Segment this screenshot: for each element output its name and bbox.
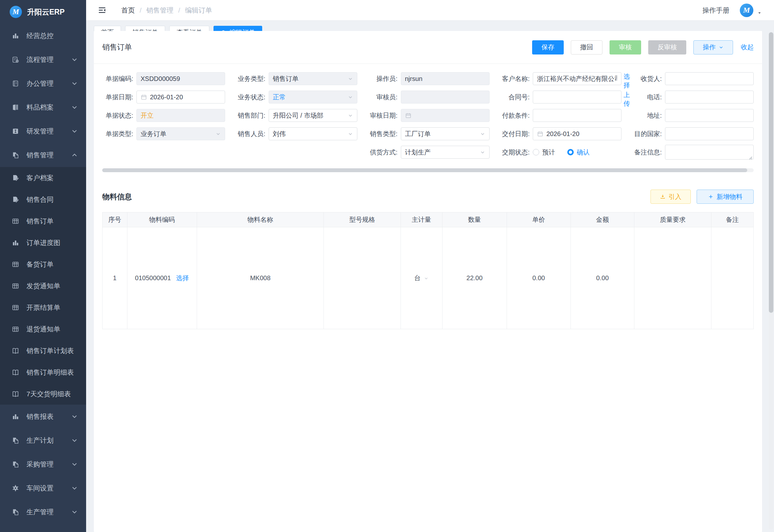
sidebar-item[interactable]: 车间设置	[0, 476, 86, 500]
address-input[interactable]	[665, 109, 754, 122]
chevron-down-icon	[348, 76, 353, 82]
order-type-select[interactable]: 业务订单	[136, 127, 225, 140]
sidebar-item[interactable]: 生产计划	[0, 429, 86, 452]
supply-mode-value: 计划生产	[405, 148, 480, 157]
sidebar-item[interactable]: 销售报表	[0, 405, 86, 429]
upload-link[interactable]: 上传	[623, 91, 630, 108]
biz-type-value: 销售订单	[273, 74, 348, 83]
chevron-down-icon	[719, 45, 724, 50]
collapse-link[interactable]: 收起	[741, 40, 754, 54]
form-field-consignee: 收货人:	[631, 72, 754, 85]
calendar-icon	[141, 94, 147, 100]
sidebar-item[interactable]: 料品档案	[0, 95, 86, 119]
user-menu-caret-icon[interactable]	[757, 10, 762, 16]
sidebar-item-label: 办公管理	[26, 79, 54, 88]
chevron-down-icon	[348, 131, 353, 137]
dest-country-input[interactable]	[665, 127, 754, 140]
download-icon	[660, 194, 666, 200]
withdraw-button[interactable]: 撤回	[571, 40, 602, 54]
form-field-address: 地址:	[631, 109, 754, 122]
auditor-label: 审核员:	[367, 93, 398, 102]
unit-select[interactable]: 台	[401, 227, 442, 329]
chevron-up-icon	[71, 151, 78, 159]
customer-name-input[interactable]: 浙江裕兴不动产经纪有限公司	[533, 72, 621, 85]
delivery-date-input[interactable]: 2026-01-20	[533, 127, 621, 140]
sidebar-item[interactable]: 退货通知单	[0, 318, 86, 340]
chevron-down-icon	[71, 103, 78, 111]
sales-person-select[interactable]: 刘伟	[269, 127, 357, 140]
book-open-icon	[12, 347, 19, 355]
remark-label: 备注信息:	[631, 148, 662, 157]
remark-input[interactable]	[665, 145, 754, 160]
sidebar-item[interactable]: 办公管理	[0, 72, 86, 95]
breadcrumb-item[interactable]: 首页	[121, 6, 135, 15]
phone-input[interactable]	[665, 91, 754, 103]
auditor-input[interactable]	[401, 91, 490, 103]
consignee-input[interactable]	[665, 72, 754, 85]
sidebar-item[interactable]: 加工车间	[0, 524, 86, 532]
button-label: 保存	[541, 43, 554, 52]
sidebar-item-label: 销售合同	[26, 195, 54, 204]
contract-no-input[interactable]	[533, 91, 621, 103]
biz-status-label: 业务状态:	[234, 93, 265, 102]
sidebar-item[interactable]: 订单进度图	[0, 232, 86, 253]
sidebar-item[interactable]: 开票结算单	[0, 297, 86, 318]
order-status-input[interactable]: 开立	[136, 109, 225, 122]
sidebar-item[interactable]: 发货通知单	[0, 275, 86, 297]
manual-link[interactable]: 操作手册	[702, 6, 729, 15]
unapprove-button[interactable]: 反审核	[648, 40, 686, 54]
vertical-scrollbar-thumb[interactable]	[769, 32, 773, 313]
sidebar-item[interactable]: 采购管理	[0, 452, 86, 476]
chevron-down-icon	[71, 460, 78, 468]
actions-dropdown-button[interactable]: 操作	[693, 40, 733, 54]
sidebar-item[interactable]: 生产管理	[0, 500, 86, 524]
sidebar-item[interactable]: 销售管理	[0, 143, 86, 167]
sidebar-item[interactable]: 销售订单计划表	[0, 340, 86, 361]
sidebar-item[interactable]: 7天交货明细表	[0, 383, 86, 405]
biz-type-select[interactable]: 销售订单	[269, 72, 357, 85]
sidebar-item[interactable]: 经营总控	[0, 24, 86, 48]
delivery-status-radio-group: 预计确认	[533, 148, 590, 157]
sidebar-item[interactable]: 销售订单	[0, 210, 86, 232]
sales-type-select[interactable]: 工厂订单	[401, 127, 490, 140]
order-code-input[interactable]: XSDD000059	[136, 72, 225, 85]
sidebar-item[interactable]: 销售订单明细表	[0, 361, 86, 383]
menu-fold-icon[interactable]	[98, 6, 106, 15]
form-field-contract-no: 合同号:上传	[499, 91, 621, 103]
breadcrumb-item[interactable]: 销售管理	[146, 6, 174, 15]
audit-date-input[interactable]	[401, 109, 490, 122]
operator-input[interactable]: njrsun	[401, 72, 490, 85]
radio-unchecked[interactable]: 预计	[533, 148, 555, 157]
sidebar-item[interactable]: 流程管理	[0, 48, 86, 72]
form-column: 操作员:njrsun审核员:审核日期:销售类型:工厂订单供货方式:计划生产	[367, 72, 490, 159]
sales-type-value: 工厂订单	[405, 130, 480, 138]
sidebar-item-label: 销售订单明细表	[26, 368, 74, 377]
copy-pages-icon	[12, 437, 19, 444]
order-date-input[interactable]: 2026-01-20	[136, 91, 225, 103]
sidebar-submenu: 客户档案销售合同销售订单订单进度图备货订单发货通知单开票结算单退货通知单销售订单…	[0, 167, 86, 405]
sidebar-item[interactable]: 客户档案	[0, 167, 86, 189]
table-cell	[711, 227, 753, 329]
sidebar-item[interactable]: 备货订单	[0, 253, 86, 275]
sidebar-item[interactable]: 销售合同	[0, 189, 86, 210]
import-button[interactable]: 引入	[650, 190, 691, 204]
chevron-down-icon	[71, 508, 78, 516]
sales-dept-select[interactable]: 升阳公司 / 市场部	[269, 109, 357, 122]
add-material-button[interactable]: 新增物料	[697, 190, 754, 204]
order-date-label: 单据日期:	[102, 93, 133, 102]
approve-button[interactable]: 审核	[610, 40, 641, 54]
save-button[interactable]: 保存	[532, 40, 564, 54]
payment-terms-input[interactable]	[533, 109, 621, 122]
select-material-link[interactable]: 选择	[176, 274, 189, 281]
sidebar-item[interactable]: 研发管理	[0, 119, 86, 143]
radio-checked[interactable]: 确认	[567, 148, 590, 157]
supply-mode-select[interactable]: 计划生产	[401, 146, 490, 159]
horizontal-scrollbar-thumb[interactable]	[102, 168, 747, 172]
topbar-right: 操作手册 M	[702, 4, 762, 17]
biz-status-select[interactable]: 正常	[269, 91, 357, 103]
chart-bar-icon	[12, 413, 19, 420]
form-field-audit-date: 审核日期:	[367, 109, 490, 122]
avatar[interactable]: M	[740, 4, 753, 17]
form-column: 客户名称:浙江裕兴不动产经纪有限公司选择合同号:上传付款条件:交付日期:2026…	[499, 72, 621, 159]
select-customer-link[interactable]: 选择	[623, 72, 630, 90]
